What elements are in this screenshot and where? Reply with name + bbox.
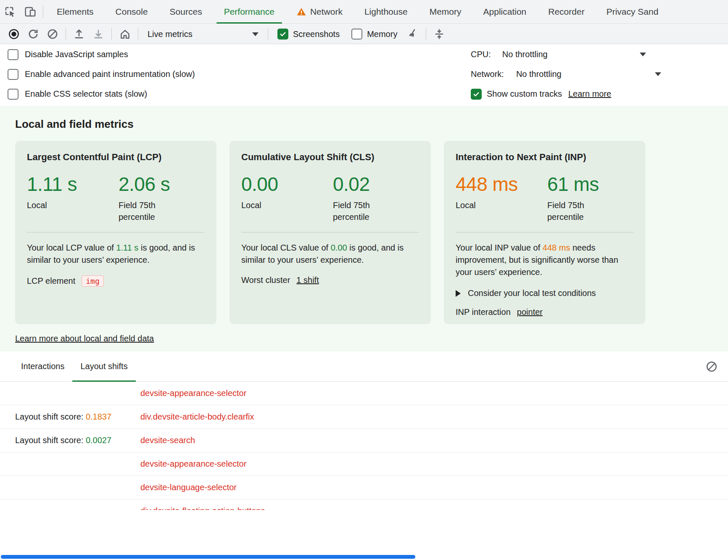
tab-sources[interactable]: Sources xyxy=(159,0,213,24)
show-custom-tracks-checkbox[interactable] xyxy=(471,89,482,100)
tab-application[interactable]: Application xyxy=(472,0,538,24)
home-button[interactable] xyxy=(116,26,134,42)
css-selector-stats-row: Enable CSS selector stats (slow) xyxy=(8,84,195,104)
tab-interactions[interactable]: Interactions xyxy=(13,351,72,381)
record-button[interactable] xyxy=(5,26,23,42)
layout-shift-row[interactable]: Layout shift score: 0.0027 devsite-searc… xyxy=(0,429,728,452)
chevron-down-icon xyxy=(655,72,661,76)
local-field-metrics-section: Local and field metrics Largest Contentf… xyxy=(0,106,728,351)
layout-shift-row[interactable]: Layout shift score: 0.1837 div.devsite-a… xyxy=(0,405,728,429)
tab-network[interactable]: Network xyxy=(285,0,353,24)
memory-checkbox[interactable] xyxy=(351,29,362,40)
desc-text: Your local LCP value of xyxy=(27,243,116,252)
node-link[interactable]: devsite-language-selector xyxy=(140,483,237,492)
screenshots-checkbox[interactable] xyxy=(277,29,288,40)
separator xyxy=(138,28,138,40)
worst-cluster-label: Worst cluster xyxy=(241,275,290,285)
lcp-card: Largest Contentful Paint (LCP) 1.11 s Lo… xyxy=(15,141,216,324)
inspect-element-button[interactable] xyxy=(0,3,20,21)
record-and-reload-button[interactable] xyxy=(24,26,42,42)
css-selector-stats-checkbox[interactable] xyxy=(8,89,18,100)
metric-cards: Largest Contentful Paint (LCP) 1.11 s Lo… xyxy=(15,141,645,324)
device-toolbar-button[interactable] xyxy=(20,3,40,21)
inp-card: Interaction to Next Paint (INP) 448 ms L… xyxy=(444,141,645,324)
checkmark-icon xyxy=(279,30,287,38)
cpu-throttling-row: CPU: No throttling xyxy=(471,45,728,64)
warning-icon xyxy=(296,7,306,17)
load-profile-button[interactable] xyxy=(70,26,88,42)
cls-description: Your local CLS value of 0.00 is good, an… xyxy=(241,242,419,266)
node-link[interactable]: devsite-search xyxy=(140,436,195,445)
memory-checkbox-label: Memory xyxy=(367,29,397,39)
clear-log-button[interactable] xyxy=(705,360,718,373)
layout-shift-rows: devsite-appearance-selector Layout shift… xyxy=(0,382,728,510)
tab-performance[interactable]: Performance xyxy=(213,0,285,24)
live-metrics-dropdown[interactable]: Live metrics xyxy=(142,26,264,42)
score-value: 0.1837 xyxy=(86,412,111,421)
cls-local-label: Local xyxy=(241,199,333,211)
network-throttling-row: Network: No throttling xyxy=(471,64,728,84)
arrows-to-line-icon xyxy=(433,28,445,40)
desc-value: 1.11 s xyxy=(116,243,138,252)
inp-interaction-link[interactable]: pointer xyxy=(517,307,543,317)
tab-label: Interactions xyxy=(21,362,64,371)
cpu-throttling-select[interactable]: No throttling xyxy=(502,50,548,59)
chevron-down-icon xyxy=(640,53,646,56)
separator xyxy=(111,28,112,40)
devtools-tabbar: Elements Console Sources Performance Net… xyxy=(0,0,728,24)
clear-button[interactable] xyxy=(44,26,61,42)
chevron-down-icon xyxy=(252,32,258,36)
layout-shift-row[interactable]: div.devsite-floating-action-buttons xyxy=(0,499,728,510)
desc-value: 0.00 xyxy=(331,243,347,252)
layout-shift-row[interactable]: devsite-language-selector xyxy=(0,476,728,499)
node-link[interactable]: div.devsite-floating-action-buttons xyxy=(140,506,265,510)
disable-js-samples-checkbox[interactable] xyxy=(8,49,18,60)
tab-recorder[interactable]: Recorder xyxy=(537,0,595,24)
block-icon xyxy=(47,28,58,40)
expander-triangle-icon xyxy=(456,290,461,297)
score-value: 0.0027 xyxy=(86,436,111,445)
broom-icon xyxy=(407,28,419,40)
local-test-conditions-expander[interactable]: Consider your local test conditions xyxy=(456,288,633,298)
advanced-paint-checkbox[interactable] xyxy=(8,69,18,80)
node-link[interactable]: devsite-appearance-selector xyxy=(140,459,246,469)
local-field-learn-more-link[interactable]: Learn more about local and field data xyxy=(15,334,154,343)
lcp-element-node-link[interactable]: img xyxy=(82,275,104,287)
tab-label: Performance xyxy=(224,7,274,17)
cls-local-value: 0.00 xyxy=(241,173,333,195)
tab-privacy-sandbox[interactable]: Privacy Sand xyxy=(596,0,670,24)
cls-field-label: Field 75th percentile xyxy=(333,199,384,223)
node-link[interactable]: div.devsite-article-body.clearfix xyxy=(140,412,254,422)
collapse-panel-button[interactable] xyxy=(430,26,448,42)
node-link[interactable]: devsite-appearance-selector xyxy=(140,388,246,398)
separator xyxy=(268,28,268,40)
tab-console[interactable]: Console xyxy=(105,0,159,24)
lcp-element-label: LCP element xyxy=(27,276,75,286)
lcp-values: 1.11 s Local 2.06 s Field 75th percentil… xyxy=(27,173,205,223)
record-icon xyxy=(8,28,20,40)
card-divider xyxy=(456,232,633,232)
lcp-field-value: 2.06 s xyxy=(119,173,170,195)
capture-settings-left: Disable JavaScript samples Enable advanc… xyxy=(8,45,195,104)
tab-label: Lighthouse xyxy=(364,7,408,17)
save-profile-button[interactable] xyxy=(90,26,107,42)
tab-elements[interactable]: Elements xyxy=(46,0,105,24)
tab-layout-shifts[interactable]: Layout shifts xyxy=(72,351,135,381)
inp-description: Your local INP value of 448 ms needs imp… xyxy=(456,242,633,278)
tab-lighthouse[interactable]: Lighthouse xyxy=(353,0,419,24)
network-label: Network: xyxy=(471,69,504,79)
horizontal-scrollbar-thumb[interactable] xyxy=(1,555,415,559)
tab-label: Network xyxy=(310,7,343,17)
network-throttling-select[interactable]: No throttling xyxy=(516,69,562,79)
score-prefix: Layout shift score: xyxy=(15,436,86,445)
card-divider xyxy=(27,232,205,232)
custom-tracks-learn-more-link[interactable]: Learn more xyxy=(568,89,611,99)
layout-shift-row[interactable]: devsite-appearance-selector xyxy=(0,452,728,476)
metrics-heading: Local and field metrics xyxy=(15,118,134,131)
tab-memory[interactable]: Memory xyxy=(419,0,472,24)
worst-cluster-link[interactable]: 1 shift xyxy=(296,275,319,285)
collect-garbage-button[interactable] xyxy=(404,26,422,42)
layout-shift-row[interactable]: devsite-appearance-selector xyxy=(0,382,728,405)
inp-local-label: Local xyxy=(456,199,547,211)
desc-text: Your local INP value of xyxy=(456,243,543,252)
